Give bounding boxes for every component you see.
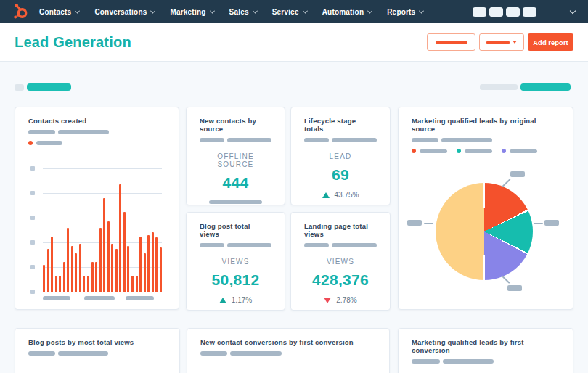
pie-chart[interactable] [436, 183, 533, 280]
metric-value: 428,376 [304, 271, 377, 289]
bar[interactable] [83, 276, 85, 292]
nav-item-automation[interactable]: Automation [322, 8, 372, 16]
subtitle-placeholder [412, 359, 440, 364]
bar[interactable] [71, 246, 73, 292]
tab-placeholder[interactable] [15, 84, 24, 91]
leader-line [502, 179, 510, 187]
bar[interactable] [144, 253, 146, 292]
subtitle-placeholder [332, 243, 377, 247]
bar[interactable] [59, 276, 61, 292]
account-chevron-down-icon[interactable] [570, 7, 576, 13]
active-tab-placeholder[interactable] [27, 83, 71, 91]
y-axis-tick-placeholder [30, 290, 35, 294]
redacted-label [436, 41, 467, 44]
bar[interactable] [103, 198, 105, 292]
nav-item-contacts[interactable]: Contacts [39, 8, 79, 16]
nav-item-label: Contacts [39, 8, 71, 16]
nav-tool-icon[interactable] [489, 7, 503, 17]
bar[interactable] [79, 244, 81, 292]
bar[interactable] [99, 228, 102, 292]
nav-tool-icon[interactable] [506, 7, 520, 17]
delta-value: 2.78% [336, 296, 356, 304]
bar[interactable] [160, 247, 162, 292]
metric-value: 50,812 [200, 271, 271, 289]
bar[interactable] [87, 276, 89, 292]
header-dropdown-button[interactable] [479, 33, 524, 51]
bar[interactable] [152, 232, 154, 292]
header-filter-button[interactable] [427, 33, 475, 51]
delta-row: 43.75% [304, 191, 377, 199]
metric-label: OFFLINE SOURCE [200, 152, 271, 168]
subtitle-placeholder [28, 351, 55, 356]
tab-placeholder[interactable] [480, 84, 518, 90]
card-title: New contact conversions by first convers… [200, 338, 376, 346]
bar[interactable] [107, 221, 110, 292]
active-tab-placeholder[interactable] [520, 83, 571, 91]
card-blog-posts-by-most-total-views: Blog posts by most total views [15, 328, 180, 373]
leader-line [501, 275, 510, 284]
slice-label-placeholder [407, 220, 422, 226]
nav-item-reports[interactable]: Reports [387, 8, 423, 16]
legend-swatch-icon [502, 149, 506, 153]
subtitle-placeholder [332, 138, 377, 142]
bar-chart[interactable] [43, 168, 162, 292]
delta-triangle-icon [219, 298, 226, 303]
chevron-down-icon [75, 8, 80, 13]
chart-legend [28, 141, 166, 145]
bar[interactable] [119, 184, 121, 292]
bar[interactable] [75, 253, 77, 292]
chevron-down-icon [419, 8, 424, 13]
delta-value: 43.75% [335, 191, 359, 199]
chevron-down-icon [303, 8, 308, 13]
bar[interactable] [63, 262, 65, 292]
bar[interactable] [91, 262, 94, 292]
legend-label-placeholder [36, 141, 62, 145]
bar[interactable] [43, 265, 45, 292]
bar[interactable] [47, 249, 49, 292]
bar[interactable] [127, 246, 129, 292]
chevron-down-icon [513, 41, 517, 44]
subtitle-placeholder [58, 351, 108, 356]
add-report-button[interactable]: Add report [528, 33, 573, 51]
delta-triangle-icon [324, 298, 331, 303]
card-contacts-created: Contacts created [15, 107, 179, 310]
bar[interactable] [131, 276, 134, 292]
bar[interactable] [95, 262, 97, 292]
legend-swatch-icon [28, 141, 33, 145]
nav-item-label: Marketing [170, 8, 205, 16]
bar[interactable] [123, 212, 126, 292]
bar[interactable] [139, 237, 142, 292]
nav-item-sales[interactable]: Sales [229, 8, 257, 16]
card-title: Marketing qualified leads by original so… [412, 117, 560, 133]
legend-label-placeholder [420, 149, 447, 153]
bar[interactable] [136, 276, 138, 292]
nav-tool-icon[interactable] [523, 7, 536, 17]
card-title: New contacts by source [200, 117, 271, 133]
subtitle-placeholder [200, 138, 224, 142]
y-axis-tick-placeholder [30, 240, 35, 245]
nav-tool-icon[interactable] [473, 7, 486, 17]
bar[interactable] [155, 237, 158, 292]
bar[interactable] [67, 228, 69, 292]
bar[interactable] [55, 276, 57, 292]
card-title: Marketing qualified leads by first conve… [412, 338, 560, 354]
bar[interactable] [111, 244, 113, 292]
bar[interactable] [147, 235, 150, 292]
page-header: Lead Generation Add report [0, 23, 588, 62]
delta-triangle-icon [322, 192, 330, 198]
header-actions: Add report [427, 33, 573, 51]
nav-item-label: Reports [387, 8, 415, 16]
chevron-down-icon [367, 8, 372, 13]
nav-item-service[interactable]: Service [272, 8, 307, 16]
delta-row: 1.17% [200, 296, 271, 304]
card-lifecycle-stage-totals: Lifecycle stage totals LEAD 69 43.75% [290, 107, 391, 205]
nav-item-conversations[interactable]: Conversations [94, 8, 155, 16]
page-title: Lead Generation [15, 34, 131, 51]
hubspot-logo-icon[interactable] [12, 3, 29, 20]
subtitle-placeholder [412, 138, 438, 142]
nav-item-marketing[interactable]: Marketing [170, 8, 213, 16]
redacted-label [486, 41, 510, 44]
subtitle-placeholder [443, 359, 494, 364]
bar[interactable] [115, 249, 118, 292]
bar[interactable] [51, 237, 53, 292]
